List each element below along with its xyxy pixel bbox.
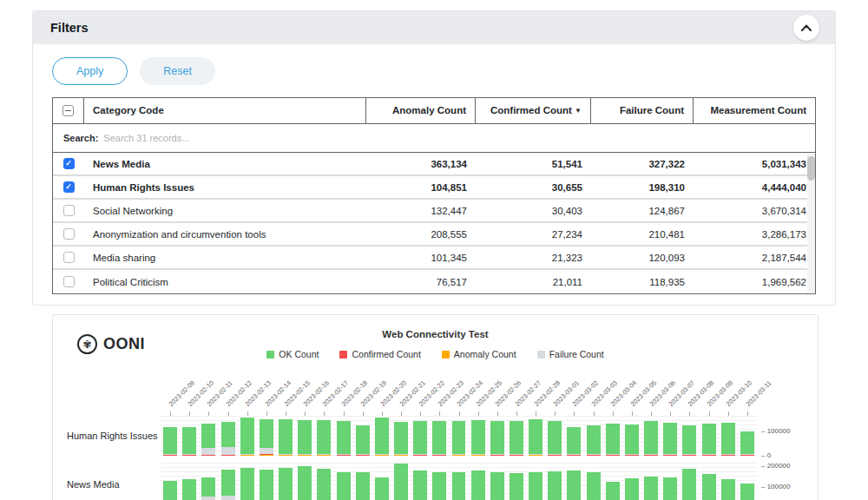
table-row[interactable]: Social Networking132,44730,403124,8673,6… [53, 200, 815, 223]
anomaly-cell: 76,517 [366, 277, 476, 287]
column-header-anomaly[interactable]: Anomaly Count [366, 98, 476, 123]
bar-segment-confirmed [452, 454, 466, 455]
table-scrollbar[interactable] [807, 154, 815, 293]
legend-item: Anomaly Count [442, 349, 516, 359]
bar-segment-ok [567, 470, 581, 500]
bar-segment-failure [740, 454, 754, 455]
bar-segment-ok [394, 422, 408, 454]
filter-actions: Apply Reset [52, 57, 816, 85]
bar-segment-ok [356, 472, 370, 500]
bar-segment-ok [721, 423, 735, 454]
bar-segment-ok [471, 470, 485, 500]
row-checkbox[interactable] [63, 276, 75, 287]
category-table-body: ✓News Media363,13451,541327,3225,031,343… [53, 153, 815, 293]
facet-0: Human Rights Issues – 0– 100000 [67, 416, 804, 456]
table-header-row: Category Code Anomaly Count Confirmed Co… [53, 98, 815, 124]
filters-panel: Filters Apply Reset Category Code Anomal… [32, 10, 836, 306]
bar-segment-ok [163, 481, 177, 500]
bar-segment-failure [413, 454, 427, 455]
search-input[interactable] [103, 133, 805, 143]
measurement-cell: 5,031,343 [694, 159, 815, 169]
bar-segment-failure [702, 454, 716, 455]
table-row[interactable]: Anonymization and circumvention tools208… [53, 223, 815, 247]
collapse-button[interactable] [793, 15, 819, 41]
anomaly-cell: 104,851 [366, 182, 476, 193]
sort-desc-icon: ▼ [575, 107, 582, 115]
bar-segment-anomaly [529, 455, 542, 456]
bar-segment-ok [240, 468, 254, 500]
bar-segment-confirmed [375, 454, 389, 455]
bar-segment-anomaly [490, 455, 504, 456]
bar-segment-ok [432, 472, 446, 500]
bar-segment-anomaly [394, 455, 408, 456]
bar-segment-failure [375, 454, 389, 455]
bar-segment-ok [663, 423, 677, 454]
bar-segment-ok [221, 470, 235, 496]
table-row[interactable]: Political Criticism76,51721,011118,9351,… [53, 270, 815, 293]
bar-segment-failure [298, 454, 312, 455]
measurement-cell: 3,670,314 [694, 206, 815, 216]
bar-segment-failure [682, 454, 696, 455]
bar-segment-anomaly [567, 455, 581, 456]
row-checkbox[interactable]: ✓ [63, 158, 75, 169]
reset-button[interactable]: Reset [140, 57, 215, 85]
bar-segment-anomaly [432, 455, 446, 456]
bar-segment-ok [413, 421, 427, 454]
bar-segment-anomaly [606, 455, 620, 456]
table-row[interactable]: ✓Human Rights Issues104,85130,655198,310… [53, 176, 815, 200]
search-label: Search: [63, 133, 98, 143]
table-row[interactable]: ✓News Media363,13451,541327,3225,031,343 [53, 153, 815, 176]
failure-cell: 198,310 [591, 182, 694, 193]
bar-segment-failure [548, 454, 562, 455]
filters-body: Apply Reset Category Code Anomaly Count … [33, 44, 835, 305]
bar-segment-failure [221, 496, 235, 500]
anomaly-cell: 101,345 [366, 253, 476, 263]
bar-segment-ok [567, 427, 581, 454]
bar-segment-ok [529, 419, 542, 454]
bar-segment-confirmed [644, 455, 658, 456]
row-checkbox[interactable] [63, 252, 75, 263]
table-row[interactable]: Media sharing101,34521,323120,0932,187,5… [53, 247, 815, 270]
category-table: Category Code Anomaly Count Confirmed Co… [52, 97, 816, 294]
bar-segment-ok [587, 472, 601, 500]
bar-segment-anomaly [356, 455, 370, 456]
bar-segment-failure [471, 454, 485, 455]
bar-segment-anomaly [644, 455, 658, 456]
legend-swatch-icon [442, 351, 450, 359]
facet-yticks: – 0– 100000– 200000 [757, 462, 804, 500]
bar-segment-ok [260, 470, 273, 500]
bar-segment-ok [394, 464, 408, 500]
bar-segment-ok [201, 424, 215, 448]
bar-segment-ok [298, 420, 312, 454]
row-checkbox[interactable]: ✓ [63, 181, 75, 193]
category-cell: Media sharing [84, 253, 366, 263]
column-header-measurement[interactable]: Measurement Count [694, 98, 815, 123]
column-header-failure[interactable]: Failure Count [591, 98, 694, 123]
bar-segment-failure [240, 454, 254, 455]
apply-button[interactable]: Apply [52, 57, 128, 85]
row-checkbox[interactable] [63, 205, 75, 216]
bar-segment-anomaly [279, 455, 293, 456]
bar-segment-confirmed [548, 455, 562, 456]
row-checkbox[interactable] [63, 228, 75, 240]
bar-segment-confirmed [260, 454, 273, 455]
facet-label: Human Rights Issues [67, 416, 161, 456]
measurement-cell: 3,286,173 [694, 229, 815, 240]
failure-cell: 210,481 [591, 229, 694, 240]
scrollbar-thumb[interactable] [807, 156, 815, 181]
confirmed-cell: 27,234 [476, 229, 591, 240]
legend-swatch-icon [537, 351, 545, 359]
column-header-category[interactable]: Category Code [84, 98, 366, 123]
ooni-wordmark: OONI [103, 335, 145, 353]
select-all-checkbox[interactable] [62, 105, 74, 116]
bar-segment-failure [182, 454, 196, 455]
confirmed-cell: 30,655 [476, 182, 591, 193]
page: Filters Apply Reset Category Code Anomal… [0, 10, 868, 500]
bar-segment-failure [625, 454, 639, 455]
bar-segment-anomaly [182, 455, 196, 456]
bar-segment-anomaly [413, 455, 427, 456]
category-cell: News Media [84, 159, 366, 169]
bar-segment-confirmed [587, 455, 601, 456]
column-header-confirmed[interactable]: Confirmed Count ▼ [476, 98, 591, 123]
confirmed-cell: 21,323 [476, 253, 591, 263]
